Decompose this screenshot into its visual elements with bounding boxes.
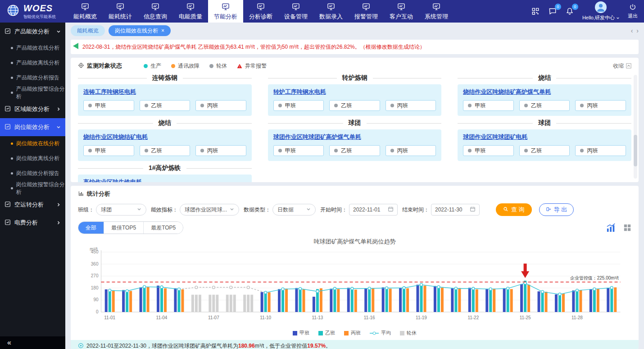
indicator-link[interactable]: 转炉工序吨钢水电耗 (273, 88, 436, 96)
info-icon (78, 343, 84, 349)
sidebar-item-product-energy-3[interactable]: 产品能效分析报告 (0, 70, 65, 85)
shift-button-continuous-casting-2[interactable]: 乙班 (140, 100, 190, 111)
chart-legend-乙班[interactable]: 乙班 (318, 330, 335, 336)
indicator-link[interactable]: 高炉作业区吨生铁电耗 (83, 178, 246, 182)
sidebar-item-post-energy-3[interactable]: 岗位能效分析报告 (0, 166, 65, 181)
range-tab-worst-top5[interactable]: 最差TOP5 (144, 222, 183, 234)
range-tab-all[interactable]: 全部 (78, 222, 104, 234)
main-nav: 能耗概览能耗统计信息查询电能质量节能分析分析诊断设备管理数据录入报警管理客户互动… (68, 0, 454, 23)
shift-button-pellet-gas-1[interactable]: 甲班 (273, 145, 324, 156)
shift-button-converter-1[interactable]: 甲班 (273, 100, 324, 111)
app-logo: WOES 智能优化节能系统 (0, 0, 68, 23)
logout-button[interactable]: 退出 (628, 3, 638, 19)
sidebar-item-post-energy-2[interactable]: 岗位能效离线分析 (0, 151, 65, 166)
bullet-icon (11, 47, 13, 49)
nav-item-energy-overview[interactable]: 能耗概览 (68, 0, 103, 23)
team-select[interactable]: 球团 (96, 204, 146, 216)
export-button[interactable]: 导 出 (539, 203, 574, 216)
chart-legend-平均[interactable]: 平均 (370, 330, 391, 336)
shift-button-converter-3[interactable]: 丙班 (385, 100, 436, 111)
collapse-panel-button[interactable]: 收缩 (613, 62, 631, 70)
indicator-link[interactable]: 球团作业区吨球团矿高炉煤气单耗 (273, 133, 436, 141)
shift-button-pellet-gas-2[interactable]: 乙班 (329, 145, 380, 156)
chat-icon[interactable]: 0 (548, 7, 557, 16)
query-button[interactable]: 查 询 (496, 203, 532, 216)
monitor-title: 监测对象状态 (87, 62, 122, 70)
shift-button-pellet-gas-3[interactable]: 丙班 (385, 145, 436, 156)
svg-text:11-19: 11-19 (416, 315, 427, 320)
sidebar-item-product-energy-1[interactable]: 产品能效在线分析 (0, 41, 65, 55)
nav-item-device-management[interactable]: 设备管理 (278, 0, 313, 23)
nav-item-customer-interaction[interactable]: 客户互动 (384, 0, 419, 23)
shift-button-sintering-power-1[interactable]: 甲班 (83, 145, 134, 156)
chat-badge: 0 (555, 4, 561, 10)
nav-item-info-query[interactable]: 信息查询 (138, 0, 173, 23)
nav-item-label: 节能分析 (214, 13, 237, 21)
sidebar-section-post-energy[interactable]: 岗位能效分析 (0, 118, 65, 136)
svg-text:11-10: 11-10 (260, 315, 271, 320)
chart-legend-丙班[interactable]: 丙班 (344, 330, 361, 336)
shift-button-converter-2[interactable]: 乙班 (329, 100, 380, 111)
chart-legend-轮休[interactable]: 轮休 (400, 330, 417, 336)
nav-item-data-entry[interactable]: 数据录入 (313, 0, 349, 23)
sidebar-section-electric-fee[interactable]: 电费分析 (0, 214, 65, 232)
shift-label: 乙班 (151, 147, 162, 155)
group-title: 球团 (349, 119, 361, 127)
shift-button-continuous-casting-3[interactable]: 丙班 (195, 100, 246, 111)
svg-text:11-16: 11-16 (364, 315, 375, 320)
scrollbar-thumb[interactable] (634, 135, 637, 166)
sidebar-collapse-button[interactable]: « (0, 336, 65, 349)
filters-row: 班组： 球团 能效指标： 球团作业区吨球... 数据类型： (78, 203, 631, 216)
shift-button-sintering-gas-3[interactable]: 丙班 (575, 100, 626, 111)
legend-label: 平均 (381, 330, 391, 336)
sidebar-section-product-energy[interactable]: 产品能效分析 (0, 23, 65, 41)
datatype-select[interactable]: 日数据 (272, 204, 316, 216)
shift-button-sintering-power-3[interactable]: 丙班 (195, 145, 246, 156)
shift-button-sintering-power-2[interactable]: 乙班 (140, 145, 190, 156)
end-date-input[interactable]: 2022-11-30 (431, 204, 480, 216)
tabs-scroll-left-icon[interactable]: ‹ (631, 27, 633, 34)
shift-label: 丙班 (397, 147, 408, 155)
shift-button-pellet-power-2[interactable]: 乙班 (519, 145, 570, 156)
tab-energy-overview[interactable]: 能耗概览 (71, 25, 105, 36)
group-header: 1#高炉炼铁 (78, 162, 252, 174)
sidebar-item-product-energy-2[interactable]: 产品能效离线分析 (0, 55, 65, 70)
indicator-link[interactable]: 连铸工序吨钢坯电耗 (83, 88, 246, 96)
sidebar-item-post-energy-1[interactable]: 岗位能效在线分析 (0, 136, 65, 151)
table-view-icon[interactable] (623, 224, 631, 232)
shift-button-continuous-casting-1[interactable]: 甲班 (83, 100, 134, 111)
shift-button-sintering-gas-1[interactable]: 甲班 (463, 100, 514, 111)
indicator-link[interactable]: 烧结作业区吨烧结矿电耗 (83, 133, 246, 141)
chart-legend-甲班[interactable]: 甲班 (293, 330, 309, 336)
tab-post-energy-online[interactable]: 岗位能效在线分析 × (109, 25, 171, 36)
nav-item-energy-stats[interactable]: 能耗统计 (103, 0, 138, 23)
indicator-link[interactable]: 球团作业区吨球团矿电耗 (463, 133, 626, 141)
nav-item-energy-saving-analysis[interactable]: 节能分析 (208, 0, 243, 23)
bell-icon[interactable]: 0 (565, 7, 574, 16)
indicator-select[interactable]: 球团作业区吨球... (180, 204, 239, 216)
tab-close-icon[interactable]: × (161, 28, 164, 34)
sidebar-section-region-energy[interactable]: 区域能效分析 (0, 100, 65, 118)
trend-view-icon[interactable] (606, 223, 616, 232)
qr-code-icon[interactable] (531, 7, 540, 16)
start-date-input[interactable]: 2022-11-01 (349, 204, 398, 216)
summary-prefix: 2022-11-01至2022-11-30，球团作业区吨球团矿高炉煤气单耗为 (86, 343, 238, 349)
status-dot-icon (145, 149, 148, 152)
user-menu[interactable]: Hello,研发中心 (582, 1, 620, 21)
tabs-scroll-right-icon[interactable]: › (636, 27, 639, 34)
sidebar-item-product-energy-4[interactable]: 产品能效报警综合分析 (0, 85, 65, 100)
indicator-link[interactable]: 烧结作业区吨烧结矿高炉煤气单耗 (463, 88, 626, 96)
range-tab-best-top5[interactable]: 最佳TOP5 (104, 222, 144, 234)
chevron-down-icon (616, 15, 620, 21)
shift-button-pellet-power-3[interactable]: 丙班 (575, 145, 626, 156)
sidebar-section-idle-run[interactable]: 空运转分析 (0, 196, 65, 214)
shift-button-pellet-power-1[interactable]: 甲班 (463, 145, 514, 156)
logo-title: WOES (23, 3, 56, 14)
nav-item-system-management[interactable]: 系统管理 (419, 0, 454, 23)
status-dot-icon (468, 104, 472, 107)
sidebar-item-post-energy-4[interactable]: 岗位能效报警综合分析 (0, 181, 65, 196)
shift-button-sintering-gas-2[interactable]: 乙班 (519, 100, 570, 111)
nav-item-power-quality[interactable]: 电能质量 (173, 0, 208, 23)
nav-item-analysis-diagnosis[interactable]: 分析诊断 (243, 0, 278, 23)
nav-item-alarm-management[interactable]: 报警管理 (349, 0, 384, 23)
